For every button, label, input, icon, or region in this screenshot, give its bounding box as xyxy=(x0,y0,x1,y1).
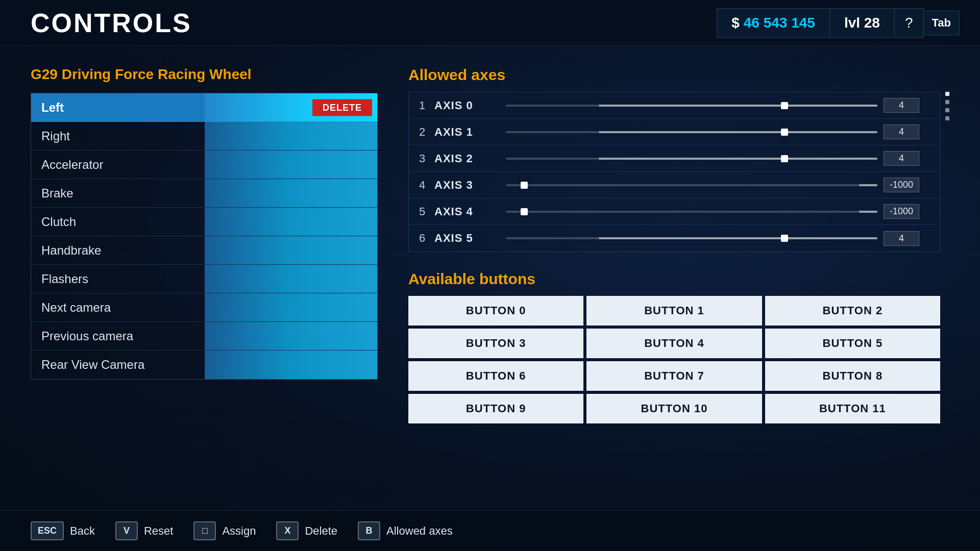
control-label: Accelerator xyxy=(31,158,205,172)
axis-slider-fill xyxy=(859,184,877,186)
control-label: Next camera xyxy=(31,300,205,315)
axis-slider-thumb xyxy=(781,155,788,162)
available-button[interactable]: BUTTON 5 xyxy=(765,329,940,358)
available-button[interactable]: BUTTON 7 xyxy=(586,361,762,391)
axis-slider-track xyxy=(506,105,877,107)
axis-slider-thumb xyxy=(781,235,788,242)
axis-slider-container[interactable]: 4 xyxy=(496,124,929,139)
scroll-dot xyxy=(945,108,949,112)
help-button[interactable]: ? xyxy=(895,8,924,38)
control-row[interactable]: LeftDELETE xyxy=(31,93,377,122)
control-row[interactable]: Flashers xyxy=(31,265,377,293)
control-row[interactable]: Handbrake xyxy=(31,236,377,265)
available-button[interactable]: BUTTON 10 xyxy=(586,394,762,423)
axis-value: 4 xyxy=(884,151,919,166)
tab-button[interactable]: Tab xyxy=(924,11,960,35)
right-panel: Allowed axes 1AXIS 042AXIS 143AXIS 244AX… xyxy=(378,66,949,490)
axis-number: 3 xyxy=(419,152,434,165)
axis-name: AXIS 4 xyxy=(434,205,496,218)
axes-list: 1AXIS 042AXIS 143AXIS 244AXIS 3-10005AXI… xyxy=(408,92,940,252)
main-content: G29 Driving Force Racing Wheel LeftDELET… xyxy=(0,46,980,510)
control-binding xyxy=(205,151,377,179)
axis-value: -1000 xyxy=(884,178,919,192)
toolbar-item[interactable]: VReset xyxy=(115,521,173,540)
axis-slider-container[interactable]: 4 xyxy=(496,231,929,246)
scroll-dot xyxy=(945,100,949,104)
control-row[interactable]: Right xyxy=(31,122,377,151)
axis-slider-fill xyxy=(859,211,877,213)
control-label: Clutch xyxy=(31,215,205,229)
axis-slider-container[interactable]: -1000 xyxy=(496,204,929,219)
available-button[interactable]: BUTTON 6 xyxy=(408,361,583,391)
control-label: Previous camera xyxy=(31,329,205,343)
axis-row: 4AXIS 3-1000 xyxy=(409,172,940,198)
allowed-axes-title: Allowed axes xyxy=(408,66,940,84)
control-row[interactable]: Brake xyxy=(31,179,377,208)
toolbar-key: B xyxy=(358,521,380,540)
level-display: lvl 28 xyxy=(830,8,895,38)
axis-row: 3AXIS 24 xyxy=(409,145,940,172)
axis-name: AXIS 5 xyxy=(434,232,496,245)
available-button[interactable]: BUTTON 9 xyxy=(408,394,583,423)
control-binding xyxy=(205,122,377,150)
axis-slider-thumb xyxy=(781,129,788,136)
control-binding xyxy=(205,236,377,264)
axis-slider-container[interactable]: -1000 xyxy=(496,178,929,192)
available-button[interactable]: BUTTON 4 xyxy=(586,329,762,358)
money-amount: 46 543 145 xyxy=(744,15,815,31)
axis-name: AXIS 0 xyxy=(434,99,496,112)
available-button[interactable]: BUTTON 3 xyxy=(408,329,583,358)
axis-slider-track xyxy=(506,184,877,186)
controls-list: LeftDELETERightAcceleratorBrakeClutchHan… xyxy=(31,93,378,380)
axis-slider-fill xyxy=(599,158,877,160)
available-button[interactable]: BUTTON 0 xyxy=(408,296,583,325)
axis-slider-track xyxy=(506,131,877,133)
available-button[interactable]: BUTTON 8 xyxy=(765,361,940,391)
control-label: Rear View Camera xyxy=(31,358,205,372)
axis-value: 4 xyxy=(884,98,919,113)
toolbar-item[interactable]: ESCBack xyxy=(31,521,95,540)
control-binding xyxy=(205,208,377,236)
toolbar-label: Delete xyxy=(305,524,337,538)
toolbar-label: Reset xyxy=(144,524,173,538)
control-label: Brake xyxy=(31,186,205,201)
control-binding xyxy=(205,179,377,207)
axis-slider-fill xyxy=(599,131,877,133)
control-row[interactable]: Next camera xyxy=(31,293,377,322)
axis-name: AXIS 1 xyxy=(434,126,496,139)
toolbar-item[interactable]: BAllowed axes xyxy=(358,521,453,540)
toolbar-item[interactable]: □Assign xyxy=(193,521,256,540)
available-button[interactable]: BUTTON 11 xyxy=(765,394,940,423)
axis-slider-thumb xyxy=(521,208,528,215)
toolbar-key: □ xyxy=(193,521,216,540)
delete-button[interactable]: DELETE xyxy=(312,99,372,116)
axis-value: 4 xyxy=(884,231,919,246)
control-binding xyxy=(205,293,377,321)
control-row[interactable]: Clutch xyxy=(31,208,377,236)
axis-number: 4 xyxy=(419,179,434,192)
control-row[interactable]: Accelerator xyxy=(31,151,377,179)
scroll-dot xyxy=(945,92,949,96)
axis-slider-container[interactable]: 4 xyxy=(496,98,929,113)
axis-slider-track xyxy=(506,237,877,239)
control-row[interactable]: Rear View Camera xyxy=(31,350,377,379)
available-button[interactable]: BUTTON 2 xyxy=(765,296,940,325)
control-binding xyxy=(205,322,377,350)
toolbar-item[interactable]: XDelete xyxy=(276,521,337,540)
axis-slider-fill xyxy=(599,105,877,107)
left-panel-wrapper: G29 Driving Force Racing Wheel LeftDELET… xyxy=(31,66,378,490)
page-title: CONTROLS xyxy=(31,8,192,38)
money-symbol: $ xyxy=(731,15,740,31)
axis-row: 2AXIS 14 xyxy=(409,119,940,145)
header-right: $ 46 543 145 lvl 28 ? Tab xyxy=(717,8,960,38)
axis-value: 4 xyxy=(884,124,919,139)
money-display: $ 46 543 145 xyxy=(717,8,830,38)
buttons-section: Available buttons BUTTON 0BUTTON 1BUTTON… xyxy=(408,270,940,423)
toolbar-label: Assign xyxy=(222,524,256,538)
axis-slider-container[interactable]: 4 xyxy=(496,151,929,166)
available-button[interactable]: BUTTON 1 xyxy=(586,296,762,325)
control-row[interactable]: Previous camera xyxy=(31,322,377,350)
device-title: G29 Driving Force Racing Wheel xyxy=(31,66,378,83)
toolbar-label: Back xyxy=(70,524,95,538)
bottom-toolbar: ESCBackVReset□AssignXDeleteBAllowed axes xyxy=(0,510,980,551)
